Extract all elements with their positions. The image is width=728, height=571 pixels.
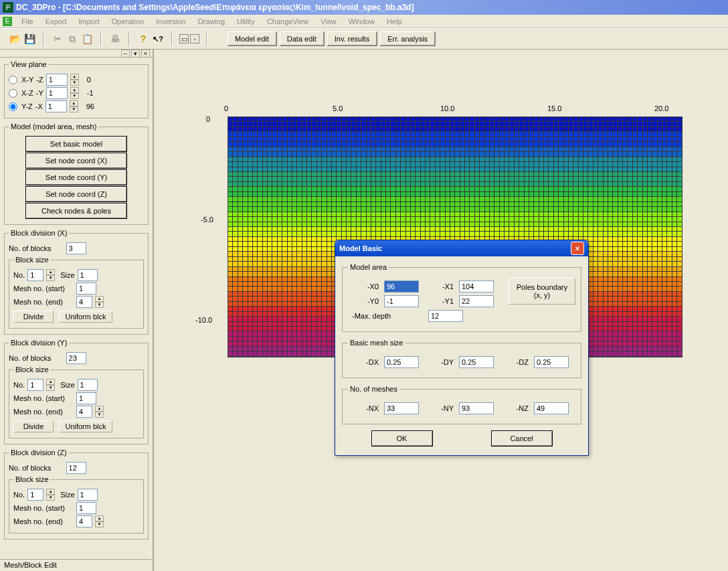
bdz-ms[interactable] [76,502,96,514]
bdx-size-legend: Block size [13,256,51,264]
btn-set-node-y[interactable]: Set node coord (Y) [26,170,126,185]
spin-bdx-me[interactable]: ▲▼ [95,296,104,308]
panel-tab[interactable]: Mesh/Block Edit [0,559,153,571]
menu-utility[interactable]: Utility [232,16,260,27]
btn-cancel[interactable]: Cancel [492,431,552,446]
panel-pushpin-icon[interactable]: ▾ [131,50,140,58]
lbl-x0: -X0 [348,282,380,291]
btn-set-node-x[interactable]: Set node coord (X) [26,153,126,168]
lbl-nx: -NX [348,404,380,412]
input-nz[interactable] [534,402,569,414]
bdx-size[interactable] [78,269,98,281]
cut-icon[interactable]: ✂ [51,32,64,46]
spin-xy[interactable]: ▲▼ [70,74,79,86]
btn-set-node-z[interactable]: Set node coord (Z) [26,187,126,201]
bdx-uniform[interactable]: Uniform blck [59,311,112,323]
bdy-size-lbl: Size [60,381,74,389]
bdx-ms-lbl: Mesh no. (start) [13,284,74,293]
menu-help[interactable]: Help [381,16,407,27]
blockdiv-z: Block division (Z) No. of blocks Block s… [4,448,149,540]
xtick-5: 5.0 [333,104,343,112]
bdx-no[interactable] [27,269,43,281]
lbl-dz: -DZ [498,358,530,366]
print-icon[interactable]: 🖶 [108,32,122,46]
input-x1[interactable] [459,280,494,293]
input-nx[interactable] [384,402,419,414]
input-y0[interactable] [384,295,419,307]
bdx-nblk[interactable] [66,242,86,254]
mode-data-edit[interactable]: Data edit [280,31,325,46]
copy-icon[interactable]: ⧉ [66,32,79,46]
bdx-divide[interactable]: Divide [13,311,54,323]
panel-close-icon[interactable]: × [141,50,150,58]
radio-xy[interactable] [9,76,17,84]
menu-drawing[interactable]: Drawing [193,16,230,27]
spin-bdy-me[interactable]: ▲▼ [95,406,104,418]
spin-bdz-me[interactable]: ▲▼ [95,515,104,527]
zoom-out-icon[interactable]: ▫ [190,34,199,44]
bdy-ms[interactable] [76,392,96,404]
menu-inversion[interactable]: Inversion [151,16,191,27]
menu-import[interactable]: Import [74,16,105,27]
xtick-0: 0 [224,104,228,112]
out-xz: -1 [87,89,94,97]
save-icon[interactable]: 💾 [23,32,36,46]
bdz-me[interactable] [76,515,92,527]
btn-poles-boundary[interactable]: Poles boundary (x, y) [509,278,575,305]
input-dy[interactable] [459,356,494,368]
menu-window[interactable]: Window [343,16,380,27]
mode-inv-results[interactable]: Inv. results [327,31,377,46]
bdy-uniform[interactable]: Uniform blck [59,420,112,432]
model-legend: Model (model area, mesh) [9,123,98,131]
input-dx[interactable] [384,356,419,368]
lbl-y0: -Y0 [348,297,380,305]
input-yz-val[interactable] [46,100,67,112]
bdz-no[interactable] [27,489,43,501]
btn-check-nodes[interactable]: Check nodes & poles [26,203,126,218]
bdy-size[interactable] [78,379,98,391]
bdx-me[interactable] [76,296,92,308]
help-icon[interactable]: ? [136,32,150,46]
btn-ok[interactable]: OK [372,431,432,446]
dialog-close-icon[interactable]: × [571,242,584,255]
spin-bdz-no[interactable]: ▲▼ [46,489,55,501]
input-xz-val[interactable] [46,87,68,99]
radio-xz[interactable] [9,89,17,98]
spin-yz[interactable]: ▲▼ [70,100,78,112]
menu-operation[interactable]: Operation [106,16,149,27]
input-depth[interactable] [428,310,463,322]
whatsthis-icon[interactable]: ↖? [151,32,165,46]
app-icon: P [3,2,13,13]
panel-minimize-icon[interactable]: – [121,50,130,58]
menu-export[interactable]: Export [40,16,72,27]
radio-yz[interactable] [9,102,17,111]
bdz-nblk-lbl: No. of blocks [9,464,52,472]
menu-view[interactable]: View [315,16,342,27]
mode-model-edit[interactable]: Model edit [227,31,277,46]
input-ny[interactable] [459,402,494,414]
mode-err-analysis[interactable]: Err. analysis [380,31,436,46]
menu-changeview[interactable]: ChangeView [262,16,314,27]
spin-bdx-no[interactable]: ▲▼ [46,269,55,281]
bdy-no[interactable] [27,379,43,391]
bdz-nblk[interactable] [66,462,86,474]
paste-icon[interactable]: 📋 [80,32,94,46]
open-icon[interactable]: 📂 [8,32,21,46]
zoom-in-icon[interactable]: ▭ [179,34,189,44]
menu-file[interactable]: File [16,16,39,27]
lbl-y1: -Y1 [423,297,455,305]
input-y1[interactable] [459,295,494,307]
bdy-divide[interactable]: Divide [13,420,54,432]
input-dz[interactable] [534,356,569,368]
spin-xz[interactable]: ▲▼ [70,87,79,99]
bdz-no-lbl: No. [13,491,25,499]
input-x0[interactable] [384,280,419,293]
bdy-me[interactable] [76,406,92,418]
bdy-nblk[interactable] [66,352,86,364]
bdz-size[interactable] [78,489,98,501]
bdx-ms[interactable] [76,282,96,295]
spin-bdy-no[interactable]: ▲▼ [46,379,55,391]
btn-set-basic-model[interactable]: Set basic model [26,137,126,151]
toolbar-sep [128,31,130,46]
input-xy-val[interactable] [46,74,68,86]
